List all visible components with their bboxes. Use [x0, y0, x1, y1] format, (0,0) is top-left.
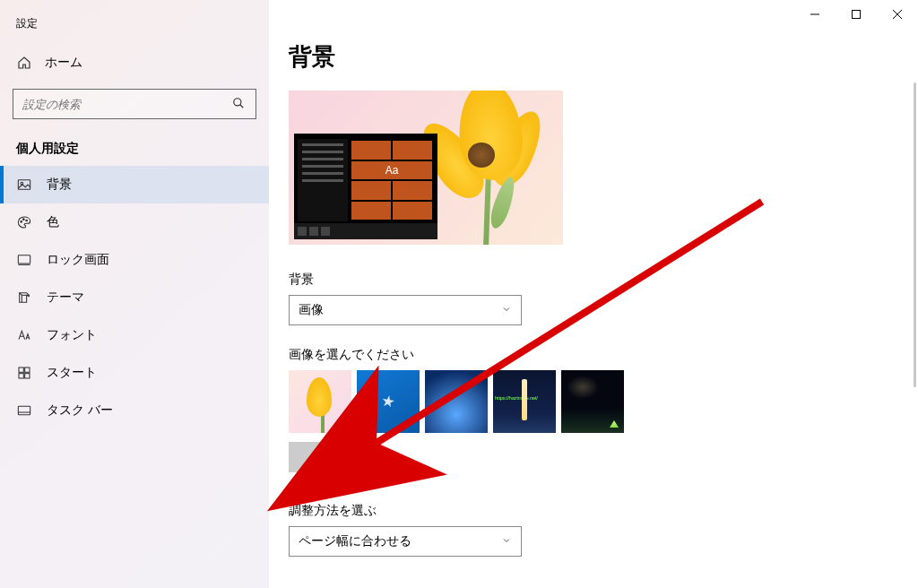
- minimize-button[interactable]: [794, 0, 836, 29]
- nav-label: ロック画面: [47, 252, 109, 268]
- image-thumbnail[interactable]: [561, 370, 624, 433]
- select-value: 画像: [299, 302, 324, 318]
- svg-point-4: [234, 99, 241, 106]
- nav-item-themes[interactable]: テーマ: [0, 279, 269, 316]
- close-button[interactable]: [877, 0, 918, 29]
- choose-image-label: 画像を選んでください: [289, 347, 882, 363]
- page-title: 背景: [289, 41, 882, 73]
- picture-icon: [16, 177, 32, 193]
- image-thumbnail[interactable]: [289, 370, 351, 433]
- svg-point-10: [26, 220, 28, 221]
- svg-rect-1: [853, 11, 861, 19]
- nav-item-lockscreen[interactable]: ロック画面: [0, 241, 269, 279]
- select-value: ページ幅に合わせる: [299, 533, 411, 549]
- font-icon: [16, 327, 32, 343]
- svg-rect-13: [19, 368, 23, 372]
- svg-rect-16: [25, 374, 30, 378]
- svg-rect-17: [18, 406, 30, 414]
- nav-item-colors[interactable]: 色: [0, 203, 269, 241]
- svg-point-9: [23, 219, 25, 220]
- svg-rect-14: [25, 368, 30, 372]
- background-preview: Aa: [289, 91, 563, 245]
- nav-item-start[interactable]: スタート: [0, 354, 269, 392]
- theme-icon: [16, 290, 32, 306]
- home-icon: [16, 55, 32, 71]
- fit-method-select[interactable]: ページ幅に合わせる: [289, 526, 522, 557]
- svg-line-5: [240, 105, 244, 108]
- app-title: 設定: [0, 9, 269, 46]
- nav-label: 背景: [47, 177, 72, 193]
- nav-item-fonts[interactable]: フォント: [0, 316, 269, 354]
- nav-item-taskbar[interactable]: タスク バー: [0, 392, 269, 429]
- preview-tile-text: Aa: [351, 161, 432, 180]
- browse-button[interactable]: 参照: [289, 442, 362, 472]
- chevron-down-icon: [501, 535, 512, 549]
- home-nav-item[interactable]: ホーム: [0, 46, 269, 80]
- image-thumbnail[interactable]: [357, 370, 420, 433]
- section-header: 個人用設定: [0, 135, 269, 166]
- search-input[interactable]: [22, 98, 232, 111]
- lockscreen-icon: [16, 252, 32, 268]
- svg-rect-15: [19, 374, 23, 378]
- nav-label: テーマ: [47, 290, 84, 306]
- background-type-label: 背景: [289, 272, 882, 288]
- search-input-container[interactable]: [13, 89, 256, 119]
- maximize-button[interactable]: [836, 0, 877, 29]
- start-icon: [16, 365, 32, 381]
- nav-label: タスク バー: [47, 402, 113, 419]
- image-thumbnail[interactable]: [425, 370, 488, 433]
- chevron-down-icon: [501, 304, 512, 317]
- palette-icon: [16, 214, 32, 230]
- background-type-select[interactable]: 画像: [289, 295, 522, 325]
- search-icon: [232, 97, 247, 111]
- nav-label: フォント: [47, 327, 97, 343]
- fit-method-label: 調整方法を選ぶ: [289, 503, 882, 519]
- svg-rect-11: [18, 255, 30, 264]
- home-label: ホーム: [45, 55, 82, 71]
- nav-label: 色: [47, 214, 59, 230]
- image-thumbnail[interactable]: [493, 370, 556, 433]
- svg-point-8: [21, 221, 22, 223]
- taskbar-icon: [16, 402, 32, 419]
- scrollbar[interactable]: [914, 82, 916, 387]
- nav-item-background[interactable]: 背景: [0, 166, 269, 203]
- nav-label: スタート: [47, 365, 97, 381]
- image-thumbnails: [289, 370, 882, 433]
